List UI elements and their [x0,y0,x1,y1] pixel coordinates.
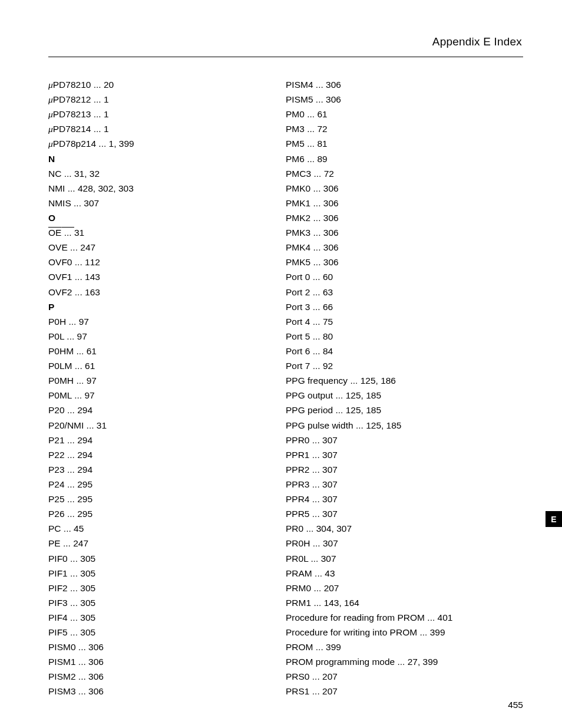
page-title: Appendix E Index [48,35,523,48]
index-term: OVF2 [48,287,85,297]
index-term: OE [48,228,74,238]
index-term: PIF4 [48,612,80,622]
index-entry: μPD78p2141, 399 [48,136,286,151]
index-entry: P20/NMI31 [48,418,286,433]
index-entry: PISM5306 [286,92,523,107]
index-pages: 143 [85,272,100,282]
index-entry: P0ML97 [48,388,286,403]
index-term: P0MH [48,375,87,386]
index-pages: 1 [104,109,109,119]
index-term: PMK4 [286,242,323,252]
index-entry: PMK4306 [286,240,523,255]
index-term: PPG period [286,405,346,415]
index-pages: 207 [324,583,339,593]
index-term: Port 6 [286,346,323,356]
index-pages: 207 [322,686,338,696]
index-entry: PPR4307 [286,492,523,506]
index-term: PRS1 [286,686,322,696]
index-term: NMI [48,183,78,193]
index-term: PIF5 [48,627,80,637]
index-pages: 428, 302, 303 [78,183,134,193]
mu-prefix: μ [48,80,53,90]
index-pages: 72 [317,124,327,134]
index-entry: PIF2305 [48,581,286,595]
index-pages: 306 [323,183,339,193]
index-entry: PPR2307 [286,462,523,477]
index-entry: NMIS307 [48,196,286,210]
index-pages: 307 [322,465,338,475]
index-entry: P0H97 [48,314,286,329]
index-entry: PM372 [286,121,523,136]
index-entry: P0MH97 [48,373,286,388]
index-term: PR0L [286,554,321,564]
index-pages: 63 [323,287,333,297]
index-term: P23 [48,465,77,475]
index-term: PM0 [286,109,317,119]
index-entry: PIF5305 [48,625,286,640]
index-entry: PM061 [286,107,523,121]
index-term: PD78213 [53,109,104,119]
index-pages: 305 [80,568,95,578]
index-pages: 306 [323,228,339,238]
index-term: PPR1 [286,450,322,460]
index-entry: NC31, 32 [48,166,286,181]
index-pages: 66 [323,302,333,312]
index-pages: 163 [85,287,100,297]
index-pages: 295 [77,509,92,519]
index-term: PD78212 [53,94,104,104]
index-term: PISM3 [48,686,88,696]
index-term: PPR4 [286,494,322,504]
index-pages: 61 [87,346,97,356]
index-entry: PIF3305 [48,595,286,610]
index-entry: PMC372 [286,166,523,181]
index-entry: PISM3306 [48,684,286,699]
index-term: PE [48,538,73,548]
index-term: PRM1 [286,598,324,608]
index-entry: OVF2163 [48,285,286,299]
index-pages: 43 [325,568,335,578]
index-pages: 97 [84,390,94,400]
index-term: PIF3 [48,598,80,608]
index-entry: PPG output125, 185 [286,388,523,403]
index-pages: 89 [317,154,327,164]
index-pages: 31, 32 [74,169,100,179]
index-term: P26 [48,509,77,519]
index-pages: 207 [322,671,338,681]
index-entry: PMK0306 [286,181,523,196]
mu-prefix: μ [48,124,53,134]
index-entry: PPR0307 [286,433,523,447]
index-term: PC [48,523,74,533]
index-entry: PPG pulse width125, 185 [286,418,523,433]
index-pages: 81 [317,139,327,149]
index-pages: 305 [80,612,95,622]
index-entry: PROM399 [286,640,523,654]
side-tab: E [546,511,562,527]
index-pages: 295 [77,494,92,504]
index-entry: Port 366 [286,299,523,314]
index-term: PROM [286,642,326,652]
index-heading: O [48,210,286,225]
index-pages: 75 [323,317,333,327]
index-pages: 306 [326,94,341,104]
index-term: PIF0 [48,554,80,564]
index-term: Port 4 [286,317,323,327]
index-term: Port 0 [286,272,323,282]
index-term: P20/NMI [48,420,97,430]
index-pages: 61 [85,361,95,371]
index-term: PROM programming mode [286,657,408,667]
index-entry: PRAM43 [286,566,523,581]
index-pages: 307 [322,494,338,504]
index-pages: 306 [323,198,339,208]
index-entry: Procedure for reading from PROM401 [286,610,523,625]
index-entry: PISM2306 [48,669,286,684]
index-term: Procedure for writing into PROM [286,627,430,637]
index-entry: PMK5306 [286,255,523,269]
index-pages: 306 [88,671,104,681]
index-term: PISM1 [48,657,88,667]
index-pages: 306 [323,257,339,267]
index-entry: Port 263 [286,285,523,299]
index-pages: 125, 185 [366,420,401,430]
index-heading: N [48,151,286,166]
index-pages: 295 [77,479,92,489]
index-pages: 305 [80,583,95,593]
